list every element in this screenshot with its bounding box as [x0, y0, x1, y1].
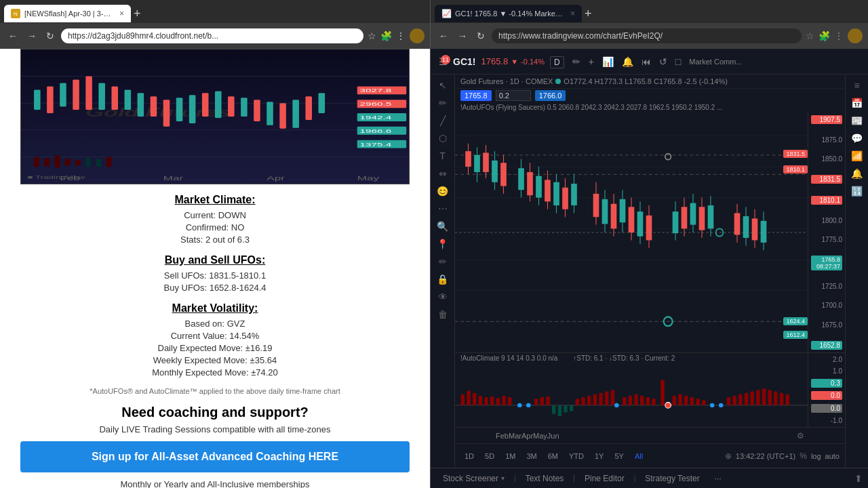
svg-rect-144	[599, 393, 602, 405]
auto-label[interactable]: auto	[825, 452, 840, 460]
sub-price-neg1: -1.0	[811, 417, 842, 424]
price-1831: 1831.5	[811, 175, 842, 184]
log-label[interactable]: log	[811, 452, 821, 460]
right-forward-button[interactable]: →	[455, 29, 470, 43]
tv-indicator-button[interactable]: 📊	[599, 55, 616, 68]
svg-rect-62	[465, 151, 471, 167]
new-tab-button[interactable]: +	[134, 7, 141, 21]
tv-crosshair-tool[interactable]: +	[586, 55, 597, 68]
right-new-tab-button[interactable]: +	[585, 7, 592, 21]
stock-screener-tab[interactable]: Stock Screener ▾	[436, 471, 511, 486]
tv-toolbar: ☰ 11 GC1! 1765.8 ▼ -0.14% D ✏ + 📊 🔔 ⏮ ↺ …	[431, 49, 868, 75]
measure-tool[interactable]: ⇔	[439, 168, 447, 179]
tv-undo-button[interactable]: ↺	[656, 55, 670, 68]
tf-1y-button[interactable]: 1Y	[591, 451, 608, 462]
tf-5d-button[interactable]: 5D	[481, 451, 498, 462]
lock-tool[interactable]: 🔒	[437, 274, 448, 285]
extension-icon[interactable]: 🧩	[380, 30, 392, 41]
svg-rect-124	[473, 393, 476, 405]
tv-replay-button[interactable]: ⏮	[639, 55, 654, 68]
tf-1d-button[interactable]: 1D	[460, 451, 478, 462]
forward-button[interactable]: →	[24, 29, 39, 43]
bookmark-icon[interactable]: ☆	[368, 30, 376, 41]
magnet-tool[interactable]: 📍	[437, 239, 448, 249]
tv-pen-tool[interactable]: ✏	[570, 55, 583, 68]
right-user-avatar[interactable]	[848, 28, 863, 43]
pencil-tool[interactable]: ✏	[439, 98, 447, 108]
tv-timeframe-button[interactable]: D	[547, 55, 567, 68]
bell-icon[interactable]: 🔔	[851, 168, 863, 179]
svg-rect-88	[602, 199, 608, 224]
price-limit-box[interactable]: 1766.0	[535, 90, 566, 101]
right-tab-close[interactable]: ×	[570, 9, 575, 18]
right-menu-icon[interactable]: ⋮	[834, 30, 844, 41]
right-url-input[interactable]: https://www.tradingview.com/chart/EvhPeI…	[492, 28, 802, 43]
price-box[interactable]: 1765.8	[460, 90, 492, 101]
svg-rect-68	[492, 161, 498, 182]
tv-menu-button[interactable]: ☰ 11	[436, 55, 450, 68]
tv-lock-button[interactable]: □	[673, 55, 684, 68]
text-notes-tab[interactable]: Text Notes	[519, 471, 571, 486]
eye-tool[interactable]: 👁	[438, 291, 448, 302]
tf-5y-button[interactable]: 5Y	[610, 451, 627, 462]
back-button[interactable]: ←	[5, 29, 20, 43]
right-extension-icon[interactable]: 🧩	[818, 30, 830, 41]
compare-icon[interactable]: ⊕	[725, 451, 732, 461]
coaching-cta-button[interactable]: Sign up for All-Asset Advanced Coaching …	[20, 441, 410, 472]
cursor-tool[interactable]: ↖	[439, 80, 447, 91]
svg-point-155	[665, 403, 671, 409]
tf-ytd-button[interactable]: YTD	[565, 451, 588, 462]
timeline-settings-icon[interactable]: ⚙	[797, 431, 804, 441]
tf-1m-button[interactable]: 1M	[501, 451, 519, 462]
menu-icon[interactable]: ⋮	[396, 30, 406, 41]
percent-button[interactable]: %	[800, 451, 807, 461]
tf-6m-button[interactable]: 6M	[544, 451, 562, 462]
url-input[interactable]: https://d2ag3jdu89hmr4.cloudfront.net/b.…	[61, 28, 363, 43]
expand-icon[interactable]: ⬆	[854, 473, 863, 484]
tv-alert-button[interactable]: 🔔	[619, 55, 636, 68]
pine-editor-tab[interactable]: Pine Editor	[578, 471, 631, 486]
tv-market-comm[interactable]: Market Comm...	[689, 58, 742, 66]
right-bookmark-icon[interactable]: ☆	[806, 30, 814, 41]
right-back-button[interactable]: ←	[436, 29, 451, 43]
chat-icon[interactable]: 💬	[851, 133, 863, 144]
right-active-tab[interactable]: 📈 GC1! 1765.8 ▼ -0.14% Market C... ×	[435, 5, 582, 22]
text-notes-label: Text Notes	[526, 474, 564, 483]
more-tabs-button[interactable]: ···	[708, 471, 728, 486]
price-1875: 1875.0	[811, 136, 842, 144]
svg-rect-45	[106, 157, 112, 167]
user-avatar[interactable]	[410, 28, 425, 43]
calculator-icon[interactable]: 🔢	[851, 186, 863, 197]
strategy-tester-tab[interactable]: Strategy Tester	[638, 471, 706, 486]
pattern-tool[interactable]: ⋯	[438, 203, 448, 214]
price-1652: 1652.8	[811, 341, 842, 350]
price-1850: 1850.0	[811, 155, 842, 163]
sub-chart-autoclimate: !AutoClimate 9 14 14 0.3 0.0 n/a ↑STD: 6…	[455, 352, 845, 427]
calendar-icon[interactable]: 📅	[851, 98, 863, 108]
tv-status-bar: Stock Screener ▾ | Text Notes | Pine Edi…	[431, 468, 868, 488]
trash-tool[interactable]: 🗑	[438, 309, 448, 320]
refresh-button[interactable]: ↻	[43, 29, 57, 43]
right-refresh-button[interactable]: ↻	[474, 29, 488, 43]
main-candlestick-chart[interactable]: 1907.5 1875.0 1850.0 1831.5 1810.1 1800.…	[455, 113, 845, 352]
watchlist-icon[interactable]: ≡	[854, 80, 859, 91]
emoji-tool[interactable]: 😊	[437, 186, 448, 197]
tf-all-button[interactable]: All	[631, 451, 647, 462]
eraser-tool[interactable]: ✏	[439, 256, 447, 267]
trend-line-tool[interactable]: ╱	[440, 115, 446, 126]
volatility-monthly: Monthly Expected Move: ±74.20	[20, 367, 410, 378]
svg-rect-112	[743, 216, 749, 238]
tf-3m-button[interactable]: 3M	[522, 451, 540, 462]
shape-tool[interactable]: ⬡	[439, 133, 447, 144]
zoom-tool[interactable]: 🔍	[437, 221, 448, 232]
left-active-tab[interactable]: N [NEWSflash] Apr-30 | 3-D Mark... ×	[4, 5, 131, 22]
svg-rect-70	[500, 163, 507, 186]
svg-rect-172	[774, 392, 777, 405]
wifi-icon[interactable]: 📶	[851, 150, 863, 161]
text-tool[interactable]: T	[439, 150, 446, 161]
tab-separator-3: |	[634, 474, 636, 482]
svg-rect-170	[762, 388, 766, 405]
news-icon[interactable]: 📰	[851, 115, 863, 126]
tab-close-button[interactable]: ×	[119, 9, 124, 18]
price-step-input[interactable]	[496, 90, 531, 101]
